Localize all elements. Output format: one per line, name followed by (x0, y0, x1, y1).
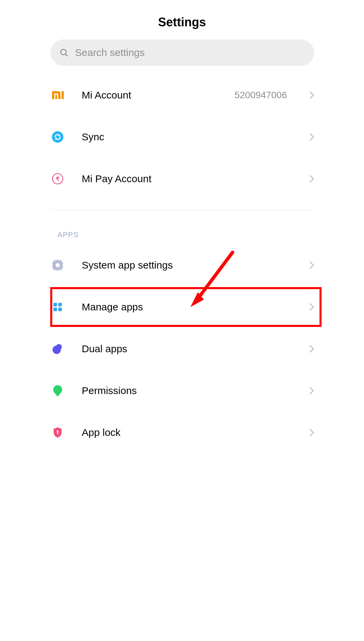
search-icon (60, 48, 68, 57)
chevron-right-icon (309, 91, 314, 99)
chevron-right-icon (309, 175, 314, 183)
mi-account-label: Mi Account (82, 89, 218, 101)
permissions-icon (50, 383, 65, 398)
sync-label: Sync (82, 131, 293, 143)
svg-point-18 (53, 385, 62, 394)
svg-rect-2 (55, 94, 57, 99)
search-bar[interactable] (50, 39, 314, 66)
chevron-right-icon (309, 387, 314, 395)
settings-item-permissions[interactable]: Permissions (40, 370, 324, 412)
settings-item-system-app-settings[interactable]: System app settings (40, 244, 324, 286)
app-lock-label: App lock (82, 427, 293, 438)
section-header-apps: APPS (40, 210, 324, 244)
settings-item-manage-apps[interactable]: Manage apps (40, 286, 324, 328)
svg-rect-20 (57, 431, 58, 434)
mi-account-value: 5200947006 (235, 90, 287, 101)
svg-line-1 (65, 54, 67, 56)
search-input[interactable] (75, 47, 305, 58)
dual-apps-icon (50, 341, 65, 356)
dual-apps-label: Dual apps (82, 343, 293, 355)
settings-item-dual-apps[interactable]: Dual apps (40, 328, 324, 370)
chevron-right-icon (309, 133, 314, 141)
sync-icon (50, 130, 65, 144)
svg-text:₹: ₹ (56, 176, 59, 182)
settings-item-sync[interactable]: Sync (40, 116, 324, 158)
svg-point-9 (56, 263, 60, 267)
chevron-right-icon (309, 345, 314, 353)
svg-rect-12 (53, 308, 57, 311)
mi-logo-icon (50, 88, 65, 103)
gear-icon (50, 258, 65, 273)
svg-rect-10 (53, 303, 57, 306)
svg-rect-13 (58, 308, 62, 311)
chevron-right-icon (309, 428, 314, 437)
chevron-right-icon (309, 261, 314, 269)
settings-item-mi-account[interactable]: Mi Account 5200947006 (40, 74, 324, 116)
rupee-icon: ₹ (50, 171, 65, 186)
manage-apps-label: Manage apps (82, 301, 293, 313)
settings-item-app-lock[interactable]: App lock (40, 412, 324, 453)
page-title: Settings (40, 0, 324, 39)
system-app-settings-label: System app settings (82, 259, 293, 271)
settings-item-mi-pay[interactable]: ₹ Mi Pay Account (40, 158, 324, 200)
chevron-right-icon (309, 303, 314, 311)
permissions-label: Permissions (82, 385, 293, 396)
app-lock-icon (50, 425, 65, 440)
svg-rect-11 (58, 303, 62, 306)
svg-rect-3 (61, 91, 64, 99)
apps-grid-icon (50, 300, 65, 314)
svg-point-4 (52, 131, 63, 143)
svg-point-17 (52, 346, 61, 354)
mi-pay-label: Mi Pay Account (82, 173, 293, 185)
